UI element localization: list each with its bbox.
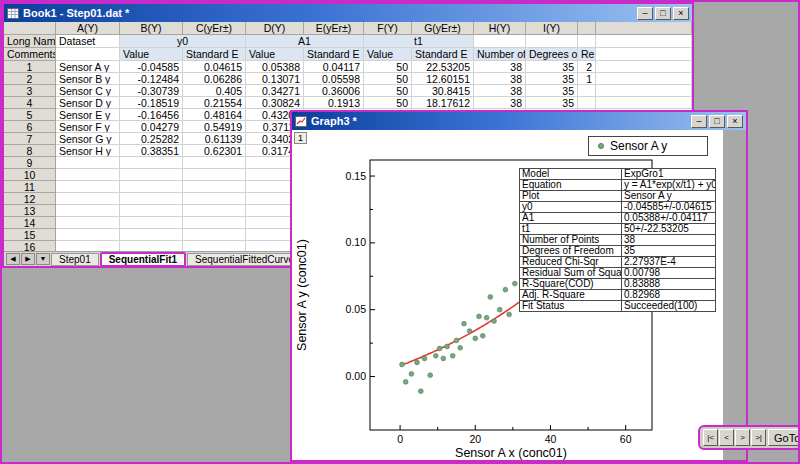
tab-nav-button[interactable]: ▶: [21, 253, 35, 265]
cell[interactable]: [56, 169, 120, 181]
cell[interactable]: 0.54919: [183, 121, 246, 133]
cell[interactable]: 38: [474, 73, 526, 85]
col-header[interactable]: [578, 22, 596, 35]
cell[interactable]: 0.30824: [246, 97, 304, 109]
cell[interactable]: [183, 169, 246, 181]
graph-titlebar[interactable]: Graph3 * – □ ×: [292, 112, 746, 130]
cell[interactable]: 0.38351: [120, 145, 183, 157]
row-header[interactable]: 3: [4, 85, 56, 97]
layer-badge[interactable]: 1: [294, 132, 307, 144]
cell-comment[interactable]: Standard E: [412, 48, 474, 61]
cell[interactable]: -0.18519: [120, 97, 183, 109]
cell[interactable]: [120, 193, 183, 205]
cell[interactable]: -0.04585: [120, 61, 183, 73]
goto-nav-button[interactable]: |<: [703, 429, 718, 446]
cell-comment[interactable]: [56, 48, 120, 61]
grid-corner[interactable]: [4, 22, 56, 35]
cell[interactable]: 2: [578, 61, 596, 73]
row-header[interactable]: 10: [4, 169, 56, 181]
cell-comment[interactable]: Degrees of: [526, 48, 578, 61]
col-header[interactable]: H(Y): [474, 22, 526, 35]
row-header[interactable]: 7: [4, 133, 56, 145]
row-header[interactable]: 1: [4, 61, 56, 73]
cell[interactable]: [596, 85, 692, 97]
cell[interactable]: [120, 229, 183, 241]
cell[interactable]: Sensor A y: [56, 61, 120, 73]
cell-comment[interactable]: [596, 48, 692, 61]
cell[interactable]: Sensor G y: [56, 133, 120, 145]
col-header[interactable]: I(Y): [526, 22, 578, 35]
cell[interactable]: [596, 61, 692, 73]
row-header[interactable]: 9: [4, 157, 56, 169]
cell[interactable]: 0.05598: [304, 73, 364, 85]
legend[interactable]: Sensor A y: [588, 136, 708, 156]
cell[interactable]: Sensor E y: [56, 109, 120, 121]
goto-nav-button[interactable]: >|: [751, 429, 766, 446]
cell[interactable]: 0.48164: [183, 109, 246, 121]
minimize-button[interactable]: –: [637, 7, 653, 20]
goto-nav-button[interactable]: <: [719, 429, 734, 446]
cell[interactable]: [578, 35, 596, 48]
cell-comment[interactable]: Value: [120, 48, 183, 61]
cell-comment[interactable]: Re: [578, 48, 596, 61]
col-header[interactable]: D(Y): [246, 22, 304, 35]
cell-param-group[interactable]: A1: [246, 35, 364, 48]
cell[interactable]: 35: [526, 85, 578, 97]
col-header[interactable]: E(yEr±): [304, 22, 364, 35]
goto-nav-button[interactable]: >: [735, 429, 750, 446]
row-header-comments[interactable]: Comments: [4, 48, 56, 61]
worksheet-titlebar[interactable]: Book1 - Step01.dat * – □ ×: [4, 4, 692, 22]
cell[interactable]: 0.04117: [304, 61, 364, 73]
cell[interactable]: 0.61139: [183, 133, 246, 145]
col-header[interactable]: A(Y): [56, 22, 120, 35]
maximize-button[interactable]: □: [709, 115, 725, 128]
cell[interactable]: [183, 181, 246, 193]
fit-results-table[interactable]: ModelExpGro1Equationy = A1*exp(x/t1) + y…: [519, 168, 716, 312]
cell[interactable]: -0.12484: [120, 73, 183, 85]
row-header[interactable]: 12: [4, 193, 56, 205]
cell[interactable]: [596, 35, 692, 48]
col-header[interactable]: G(yEr±): [412, 22, 474, 35]
maximize-button[interactable]: □: [655, 7, 671, 20]
cell[interactable]: 18.17612: [412, 97, 474, 109]
cell[interactable]: [56, 217, 120, 229]
cell[interactable]: 50: [364, 73, 412, 85]
cell-dataset-label[interactable]: Dataset: [56, 35, 120, 48]
cell[interactable]: 0.04615: [183, 61, 246, 73]
cell-param-group[interactable]: t1: [364, 35, 474, 48]
cell-comment[interactable]: Value: [364, 48, 412, 61]
row-header[interactable]: 6: [4, 121, 56, 133]
cell[interactable]: 0.62301: [183, 145, 246, 157]
cell-comment[interactable]: Standard E: [304, 48, 364, 61]
cell[interactable]: 50: [364, 61, 412, 73]
cell[interactable]: 12.60151: [412, 73, 474, 85]
cell[interactable]: 38: [474, 97, 526, 109]
cell[interactable]: [596, 73, 692, 85]
cell[interactable]: 30.8415: [412, 85, 474, 97]
cell[interactable]: [120, 205, 183, 217]
cell[interactable]: [183, 157, 246, 169]
cell[interactable]: [183, 229, 246, 241]
cell[interactable]: [56, 229, 120, 241]
cell[interactable]: 22.53205: [412, 61, 474, 73]
row-header[interactable]: 4: [4, 97, 56, 109]
cell[interactable]: 35: [526, 97, 578, 109]
close-button[interactable]: ×: [673, 7, 689, 20]
row-header[interactable]: 16: [4, 241, 56, 251]
cell[interactable]: Sensor D y: [56, 97, 120, 109]
cell[interactable]: 0.13071: [246, 73, 304, 85]
row-header[interactable]: 8: [4, 145, 56, 157]
cell[interactable]: [474, 35, 526, 48]
cell[interactable]: 0.05388: [246, 61, 304, 73]
cell[interactable]: [578, 97, 596, 109]
col-header[interactable]: F(Y): [364, 22, 412, 35]
cell[interactable]: 1: [578, 73, 596, 85]
cell[interactable]: [56, 181, 120, 193]
cell[interactable]: 0.34271: [246, 85, 304, 97]
cell[interactable]: 35: [526, 61, 578, 73]
close-button[interactable]: ×: [727, 115, 743, 128]
row-header[interactable]: 2: [4, 73, 56, 85]
cell-param-group[interactable]: y0: [120, 35, 246, 48]
sheet-tab-step01[interactable]: Step01: [51, 253, 99, 266]
cell[interactable]: [56, 157, 120, 169]
